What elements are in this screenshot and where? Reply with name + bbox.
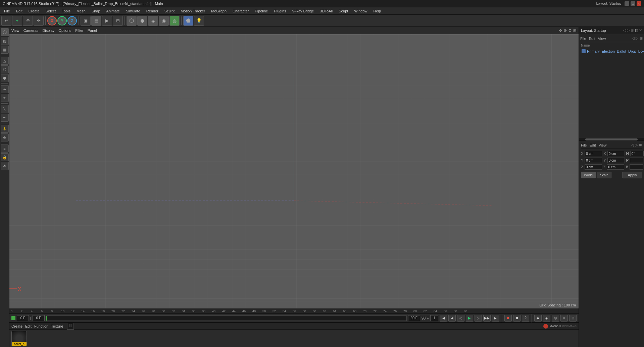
vp-menu-panel[interactable]: Panel [88, 28, 97, 33]
right-panel-scrollbar[interactable] [579, 138, 644, 141]
sidebar-dollar[interactable]: $ [1, 125, 9, 133]
mat-drag-handle[interactable]: ⠿ [67, 323, 74, 330]
sidebar-eye[interactable]: 👁 [1, 162, 9, 170]
toolbar-move[interactable]: ✛ [34, 16, 44, 26]
sidebar-line[interactable]: ╲ [1, 105, 9, 113]
coord-scale-btn[interactable]: Scale [597, 172, 611, 178]
object-list-item[interactable]: Primary_Election_Ballot_Drop_Box [580, 49, 643, 54]
vp-icon-settings[interactable]: ⚙ [568, 28, 572, 33]
menu-motion-tracker[interactable]: Motion Tracker [178, 8, 208, 14]
playback-go-end[interactable]: ▶| [492, 315, 499, 322]
toolbar-x-axis[interactable]: X [47, 16, 57, 25]
coord-y2-input[interactable] [607, 158, 625, 163]
sidebar-object-mode[interactable]: ⬡ [1, 28, 9, 36]
menu-select[interactable]: Select [43, 8, 59, 14]
playback-grid[interactable]: ⊞ [569, 315, 577, 322]
playback-next-frame[interactable]: ▷ [475, 315, 482, 322]
toolbar-add[interactable]: + [12, 16, 22, 26]
playback-help[interactable]: ? [522, 315, 529, 322]
mat-menu-function[interactable]: Function [34, 324, 48, 328]
timeline-fps-input[interactable] [430, 315, 438, 321]
toolbar-render-to[interactable]: ⊞ [113, 16, 123, 26]
timeline-frame-current[interactable] [17, 315, 29, 321]
playback-play[interactable]: ▶ [466, 315, 473, 322]
toolbar-undo[interactable]: ↩ [1, 16, 11, 26]
playback-keyframe[interactable]: ◆ [534, 315, 542, 322]
rp-ft-icon3[interactable]: ⊞ [640, 36, 643, 41]
coord-z-input[interactable] [585, 164, 602, 170]
sidebar-lock[interactable]: 🔒 [1, 153, 9, 161]
coord-x-input[interactable] [585, 151, 602, 156]
toolbar-uvw-mode[interactable]: ◍ [169, 16, 180, 26]
menu-script[interactable]: Script [336, 8, 351, 14]
vp-icon-move[interactable]: ✛ [559, 28, 562, 33]
timeline-frame-sub[interactable] [33, 315, 45, 321]
rp-ft-icon1[interactable]: ◁ [632, 36, 634, 41]
rp-ft-file[interactable]: File [580, 37, 586, 41]
rp-icon5[interactable]: ✕ [639, 28, 642, 33]
minimize-button[interactable]: _ [625, 1, 629, 6]
mat-menu-edit[interactable]: Edit [25, 324, 32, 328]
playback-next-frame2[interactable]: ▶▶ [483, 315, 491, 322]
menu-snap[interactable]: Snap [89, 8, 103, 14]
rp-coord-icon3[interactable]: ⊞ [639, 143, 642, 147]
toolbar-smooth[interactable]: ⬟ [183, 16, 193, 26]
timeline-end-frame[interactable] [408, 315, 420, 321]
rp-coord-view[interactable]: View [599, 143, 607, 147]
menu-animate[interactable]: Animate [104, 8, 122, 14]
rp-icon1[interactable]: ◁ [623, 28, 626, 33]
toolbar-render-region[interactable]: ▣ [81, 16, 91, 26]
menu-3dtoall[interactable]: 3DToAll [317, 8, 335, 14]
toolbar-target[interactable]: ⊕ [23, 16, 33, 26]
playback-stop[interactable]: ⏹ [513, 315, 521, 322]
viewport-canvas[interactable]: Perspective [9, 34, 579, 308]
sidebar-bezier[interactable]: 〜 [1, 114, 9, 122]
menu-pipeline[interactable]: Pipeline [252, 8, 270, 14]
menu-vray[interactable]: V-Ray Bridge [290, 8, 317, 14]
rp-coord-icon2[interactable]: ▷ [635, 143, 638, 147]
menu-render[interactable]: Render [144, 8, 161, 14]
menu-create[interactable]: Create [26, 8, 42, 14]
close-button[interactable]: ✕ [637, 1, 641, 6]
coord-y-input[interactable] [585, 158, 602, 163]
sidebar-poly2[interactable]: ⬡ [1, 65, 9, 73]
playback-record[interactable]: ⏺ [504, 315, 512, 322]
sidebar-poly1[interactable]: △ [1, 57, 9, 65]
playback-motion[interactable]: ◎ [552, 315, 559, 322]
mat-menu-create[interactable]: Create [11, 324, 22, 328]
sidebar-curve[interactable]: ∿ [1, 85, 9, 93]
coord-b-input[interactable] [630, 164, 643, 170]
vp-menu-cameras[interactable]: Cameras [23, 28, 39, 33]
timeline-bar[interactable] [46, 315, 407, 321]
toolbar-light[interactable]: 💡 [194, 16, 204, 26]
sidebar-layers[interactable]: ≡ [1, 144, 9, 153]
coord-h-input[interactable] [630, 151, 644, 156]
coord-p-input[interactable] [630, 158, 643, 163]
sidebar-magnet[interactable]: ⊙ [1, 133, 9, 141]
menu-plugins[interactable]: Plugins [271, 8, 289, 14]
menu-edit[interactable]: Edit [13, 8, 25, 14]
rp-ft-view[interactable]: View [598, 37, 606, 41]
toolbar-z-axis[interactable]: Z [67, 16, 77, 25]
sidebar-poly3[interactable]: ⬢ [1, 74, 9, 82]
menu-sculpt[interactable]: Sculpt [162, 8, 178, 14]
coord-x2-input[interactable] [607, 151, 625, 156]
vp-menu-filter[interactable]: Filter [75, 28, 83, 33]
material-item-ballot[interactable]: ballot_b [11, 331, 27, 346]
menu-tools[interactable]: Tools [59, 8, 73, 14]
maximize-button[interactable]: □ [631, 1, 635, 6]
menu-window[interactable]: Window [351, 8, 370, 14]
toolbar-render-view[interactable]: ▤ [91, 16, 101, 26]
toolbar-edge-mode[interactable]: ◈ [148, 16, 158, 26]
rp-ft-edit[interactable]: Edit [589, 37, 595, 41]
rp-icon2[interactable]: ▷ [627, 28, 630, 33]
toolbar-point-mode[interactable]: ⬢ [137, 16, 147, 26]
playback-reverse[interactable]: ◁ [457, 315, 464, 322]
mat-menu-texture[interactable]: Texture [51, 324, 63, 328]
rp-coord-file[interactable]: File [581, 143, 587, 147]
rp-coord-edit[interactable]: Edit [590, 143, 596, 147]
vp-menu-display[interactable]: Display [42, 28, 54, 33]
coord-z2-input[interactable] [607, 164, 624, 170]
menu-mesh[interactable]: Mesh [74, 8, 88, 14]
playback-prev-frame[interactable]: ◀ [448, 315, 456, 322]
